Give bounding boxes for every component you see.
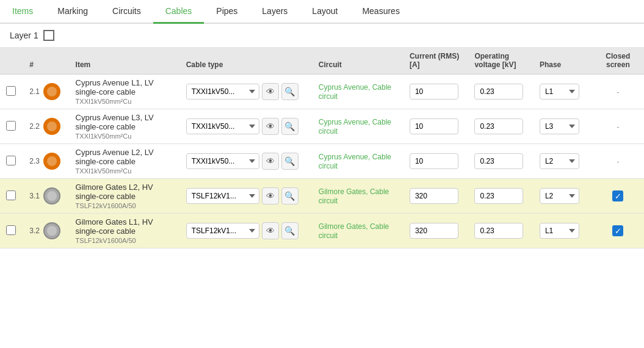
table-row: 2.2 Cyprus Avenue L3, LV single-core cab… [0, 109, 644, 144]
phase-cell: L1L2L3NPE [534, 109, 592, 144]
tab-bar: ItemsMarkingCircuitsCablesPipesLayersLay… [0, 0, 644, 24]
col-header-check [0, 47, 23, 74]
tab-layout[interactable]: Layout [300, 0, 350, 24]
row-id-cell: 2.2 [23, 109, 69, 144]
circuit-link[interactable]: Gilmore Gates, Cable circuit [319, 222, 389, 240]
item-name: Gilmore Gates L1, HV single-core cable [76, 217, 174, 236]
circuit-link[interactable]: Cyprus Avenue, Cable circuit [319, 153, 391, 170]
voltage-input[interactable] [474, 188, 523, 204]
circuit-link[interactable]: Cyprus Avenue, Cable circuit [319, 83, 391, 101]
row-checkbox[interactable] [6, 121, 16, 131]
cable-type-cell: TSLF12kV1... 👁 🔍 [180, 179, 313, 214]
tab-layers[interactable]: Layers [250, 0, 300, 24]
voltage-cell [468, 144, 533, 179]
phase-select[interactable]: L1L2L3NPE [540, 223, 579, 239]
phase-select[interactable]: L1L2L3NPE [540, 84, 579, 100]
row-checkbox-cell [0, 214, 23, 248]
item-sub: TXXI1kV50mm²Cu [76, 132, 174, 140]
current-cell [403, 109, 468, 144]
cable-eye-button[interactable]: 👁 [262, 83, 279, 100]
cable-search-button[interactable]: 🔍 [281, 222, 298, 239]
cable-eye-button[interactable]: 👁 [262, 187, 279, 205]
closed-screen-checked[interactable]: ✓ [612, 190, 623, 201]
closed-screen-dash: - [617, 157, 619, 166]
row-checkbox[interactable] [6, 86, 16, 96]
cable-icon-inner [47, 87, 57, 96]
cable-search-button[interactable]: 🔍 [281, 153, 298, 170]
item-name: Cyprus Avenue L3, LV single-core cable [76, 113, 174, 131]
current-input[interactable] [410, 84, 458, 100]
circuit-cell: Gilmore Gates, Cable circuit [313, 179, 403, 214]
row-checkbox-cell [0, 179, 23, 214]
layer-name: Layer 1 [10, 31, 38, 40]
col-header-voltage: Operating voltage [kV] [468, 47, 533, 74]
voltage-input[interactable] [474, 84, 523, 100]
circuit-cell: Cyprus Avenue, Cable circuit [313, 144, 403, 179]
cable-type-select[interactable]: TXXI1kV50... [186, 118, 259, 134]
cable-icon-inner [47, 156, 57, 166]
row-checkbox[interactable] [6, 156, 16, 165]
phase-cell: L1L2L3NPE [534, 74, 592, 109]
cable-type-wrap: TXXI1kV50... 👁 🔍 [186, 83, 306, 100]
row-id-label: 3.1 [29, 192, 40, 200]
cable-icon [43, 118, 60, 135]
row-id-label: 2.2 [29, 122, 40, 131]
col-header-phase: Phase [534, 47, 592, 74]
item-sub: TXXI1kV50mm²Cu [76, 98, 174, 105]
row-checkbox-cell [0, 144, 23, 179]
cable-search-button[interactable]: 🔍 [281, 83, 298, 100]
circuit-cell: Cyprus Avenue, Cable circuit [313, 74, 403, 109]
row-checkbox[interactable] [6, 190, 16, 200]
circuit-link[interactable]: Gilmore Gates, Cable circuit [319, 187, 389, 205]
table-row: 2.1 Cyprus Avenue L1, LV single-core cab… [0, 74, 644, 109]
row-checkbox[interactable] [6, 225, 16, 235]
cable-type-cell: TXXI1kV50... 👁 🔍 [180, 109, 313, 144]
cable-icon [43, 153, 60, 170]
item-name-cell: Cyprus Avenue L3, LV single-core cable T… [70, 109, 180, 144]
voltage-input[interactable] [474, 223, 523, 239]
item-name-cell: Gilmore Gates L2, HV single-core cable T… [70, 179, 180, 214]
item-sub: TXXI1kV50mm²Cu [76, 167, 174, 175]
current-input[interactable] [410, 153, 458, 169]
tab-cables[interactable]: Cables [153, 0, 204, 24]
item-sub: TSLF12kV1600A/50 [76, 202, 174, 209]
phase-select[interactable]: L1L2L3NPE [540, 118, 579, 134]
cable-icon-inner [47, 226, 57, 236]
current-input[interactable] [410, 188, 458, 204]
col-header-current: Current (RMS) [A] [403, 47, 468, 74]
item-name-cell: Gilmore Gates L1, HV single-core cable T… [70, 214, 180, 248]
cable-type-select[interactable]: TXXI1kV50... [186, 84, 259, 100]
cable-eye-button[interactable]: 👁 [262, 153, 279, 170]
closed-screen-cell: ✓ [592, 214, 644, 248]
cable-icon [43, 83, 60, 100]
cable-type-wrap: TSLF12kV1... 👁 🔍 [186, 222, 306, 239]
cable-search-button[interactable]: 🔍 [281, 187, 298, 205]
voltage-cell [468, 74, 533, 109]
closed-screen-checked[interactable]: ✓ [612, 225, 623, 236]
current-input[interactable] [410, 223, 458, 239]
cable-type-select[interactable]: TSLF12kV1... [186, 223, 259, 239]
tab-pipes[interactable]: Pipes [204, 0, 250, 24]
cable-eye-button[interactable]: 👁 [262, 222, 279, 239]
cable-icon-inner [47, 121, 57, 131]
cable-icon [43, 222, 60, 239]
phase-select[interactable]: L1L2L3NPE [540, 188, 579, 204]
cable-type-select[interactable]: TXXI1kV50... [186, 153, 259, 169]
voltage-input[interactable] [474, 153, 523, 169]
circuit-link[interactable]: Cyprus Avenue, Cable circuit [319, 118, 391, 136]
cable-type-wrap: TXXI1kV50... 👁 🔍 [186, 153, 306, 170]
cables-table: # Item Cable type Circuit Current (RMS) … [0, 47, 644, 248]
phase-cell: L1L2L3NPE [534, 214, 592, 248]
cable-eye-button[interactable]: 👁 [262, 118, 279, 135]
tab-marking[interactable]: Marking [45, 0, 100, 24]
voltage-input[interactable] [474, 118, 523, 134]
item-name-cell: Cyprus Avenue L1, LV single-core cable T… [70, 74, 180, 109]
tab-measures[interactable]: Measures [350, 0, 411, 24]
cable-type-select[interactable]: TSLF12kV1... [186, 188, 259, 204]
tab-circuits[interactable]: Circuits [100, 0, 153, 24]
current-input[interactable] [410, 118, 458, 134]
tab-items[interactable]: Items [0, 0, 45, 24]
phase-select[interactable]: L1L2L3NPE [540, 153, 579, 169]
cable-search-button[interactable]: 🔍 [281, 118, 298, 135]
col-header-closed-screen: Closed screen [592, 47, 644, 74]
